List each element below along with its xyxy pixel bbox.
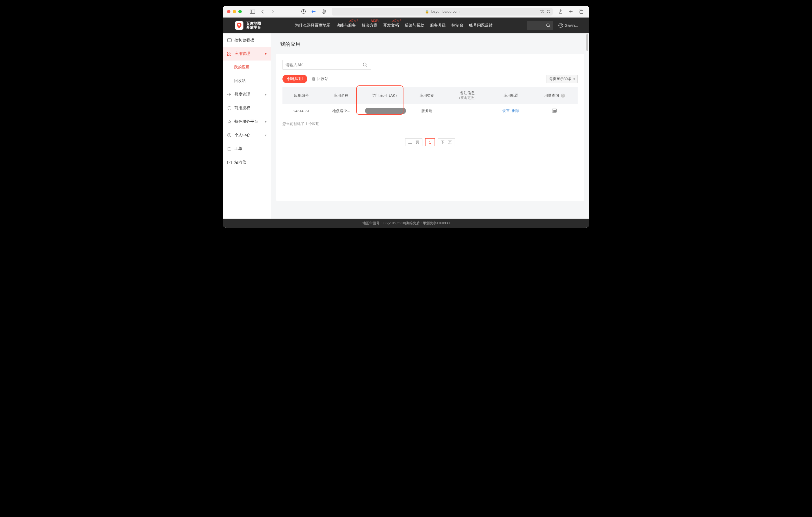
row-settings-link[interactable]: 设置	[502, 109, 510, 113]
recycle-bin-button[interactable]: 回收站	[312, 76, 328, 82]
browser-window: 🔒 lbsyun.baidu.com ᴬ文 百度地图	[223, 6, 589, 228]
sidebar-item-apps[interactable]: 应用管理 ▼	[223, 47, 271, 60]
logo-text-line1: 百度地图	[246, 22, 261, 25]
usage-chart-icon[interactable]	[552, 109, 557, 113]
extension-icon[interactable]	[310, 8, 318, 15]
cell-id: 24514861	[283, 104, 321, 118]
sidebar-item-ticket[interactable]: 工单	[223, 142, 271, 155]
logo-mark-icon	[235, 21, 243, 30]
pager-current[interactable]: 1	[425, 138, 435, 146]
sidebar-item-quota[interactable]: 额度管理 ▼	[223, 88, 271, 101]
svg-rect-8	[228, 52, 229, 53]
sidebar-item-dashboard[interactable]: 控制台看板	[223, 33, 271, 47]
svg-point-16	[363, 63, 367, 66]
site-footer: 地图审图号：GS(2019)5218|测绘资质：甲测资字1100930	[223, 219, 589, 228]
apps-icon	[227, 52, 232, 56]
close-window-button[interactable]	[227, 10, 230, 13]
nav-back-button[interactable]	[259, 8, 267, 15]
chevron-down-icon: ▼	[264, 52, 267, 55]
nav-forward-button[interactable]	[269, 8, 277, 15]
nav-upgrade[interactable]: 服务升级	[430, 23, 446, 28]
quota-icon	[227, 92, 232, 97]
ak-search-button[interactable]	[359, 60, 371, 69]
address-bar[interactable]: 🔒 lbsyun.baidu.com ᴬ文	[331, 8, 553, 16]
site-header: 百度地图 开放平台 为什么选择百度地图 NEW !功能与服务 NEW !解决方案…	[223, 18, 589, 33]
reload-icon[interactable]	[547, 10, 550, 13]
translate-icon[interactable]: ᴬ文	[540, 9, 544, 14]
page-title: 我的应用	[271, 33, 589, 54]
panel: 创建应用 回收站 每页显示30条 ▲▼ 应用编号	[276, 54, 584, 201]
scrollbar-thumb[interactable]	[586, 34, 588, 51]
maximize-window-button[interactable]	[238, 10, 242, 13]
col-type: 应用类别	[409, 87, 444, 104]
share-icon[interactable]	[557, 8, 564, 15]
person-icon	[227, 133, 232, 138]
footer-text: 地图审图号：GS(2019)5218|测绘资质：甲测资字1100930	[362, 221, 450, 226]
new-tab-icon[interactable]	[567, 8, 575, 15]
svg-rect-3	[580, 10, 583, 13]
browser-toolbar: 🔒 lbsyun.baidu.com ᴬ文	[223, 6, 589, 18]
main-nav: 为什么选择百度地图 NEW !功能与服务 NEW !解决方案 NEW !开发文档…	[295, 23, 493, 28]
col-ak: 访问应用（AK）	[361, 87, 409, 104]
sidebar-toggle-icon[interactable]	[249, 8, 256, 15]
tabs-overview-icon[interactable]	[577, 8, 585, 15]
svg-rect-0	[250, 10, 255, 13]
col-note: 备注信息（双击更改）	[444, 87, 490, 104]
sidebar-item-profile[interactable]: 个人中心 ▼	[223, 128, 271, 142]
svg-point-4	[238, 24, 240, 25]
ak-redacted	[365, 108, 406, 114]
user-menu[interactable]: Gavin...	[558, 23, 578, 28]
sidebar-item-special[interactable]: 特色服务平台 ▼	[223, 115, 271, 128]
ticket-icon	[227, 146, 232, 151]
sidebar: 控制台看板 应用管理 ▼ 我的应用 回收站 额度管理 ▼ 商用授权 特色服务平台	[223, 33, 271, 219]
window-controls	[227, 10, 242, 13]
pager-prev[interactable]: 上一页	[405, 138, 423, 146]
svg-rect-7	[228, 39, 229, 40]
site-search[interactable]	[527, 21, 553, 30]
pager-next[interactable]: 下一页	[438, 138, 455, 146]
privacy-shield-icon[interactable]	[320, 8, 328, 15]
nav-solutions[interactable]: NEW !解决方案	[361, 23, 377, 28]
site-logo[interactable]: 百度地图 开放平台	[235, 21, 261, 30]
col-id: 应用编号	[283, 87, 321, 104]
cell-name: 地点路径...	[321, 104, 361, 118]
avatar-icon	[558, 23, 563, 28]
pagination: 上一页 1 下一页	[283, 138, 578, 146]
svg-rect-11	[230, 54, 231, 56]
chevron-down-icon: ▼	[264, 120, 267, 123]
nav-account-feedback[interactable]: 账号问题反馈	[469, 23, 493, 28]
nav-why[interactable]: 为什么选择百度地图	[295, 23, 330, 28]
svg-point-13	[229, 134, 230, 136]
nav-feedback[interactable]: 反馈与帮助	[405, 23, 424, 28]
summary-text: 您当前创建了 1 个应用	[283, 121, 578, 126]
sidebar-item-license[interactable]: 商用授权	[223, 101, 271, 115]
row-delete-link[interactable]: 删除	[512, 109, 519, 113]
dashboard-icon	[227, 38, 232, 42]
nav-features[interactable]: NEW !功能与服务	[336, 23, 356, 28]
cell-note[interactable]	[444, 104, 490, 118]
create-app-button[interactable]: 创建应用	[283, 75, 307, 83]
cell-ak	[361, 104, 409, 118]
svg-rect-9	[230, 52, 231, 53]
nav-docs[interactable]: NEW !开发文档	[383, 23, 399, 28]
sidebar-item-mail[interactable]: 站内信	[223, 155, 271, 169]
stepper-icon: ▲▼	[573, 77, 575, 81]
nav-console[interactable]: 控制台	[452, 23, 463, 28]
lock-icon: 🔒	[425, 10, 429, 13]
search-icon	[546, 23, 550, 28]
col-name: 应用名称	[321, 87, 361, 104]
svg-rect-10	[228, 54, 229, 56]
sidebar-item-recycle[interactable]: 回收站	[223, 74, 271, 88]
trash-icon	[312, 77, 316, 81]
history-icon[interactable]	[299, 8, 307, 15]
minimize-window-button[interactable]	[233, 10, 236, 13]
special-icon	[227, 119, 232, 124]
logo-text-line2: 开放平台	[246, 25, 261, 29]
help-icon[interactable]: ?	[561, 94, 565, 97]
cell-config: 设置 删除	[490, 104, 531, 118]
sidebar-item-my-apps[interactable]: 我的应用	[223, 60, 271, 74]
cell-type: 服务端	[409, 104, 444, 118]
chevron-down-icon: ▼	[264, 93, 267, 96]
page-size-select[interactable]: 每页显示30条 ▲▼	[547, 75, 578, 83]
ak-search-input[interactable]	[283, 60, 359, 69]
